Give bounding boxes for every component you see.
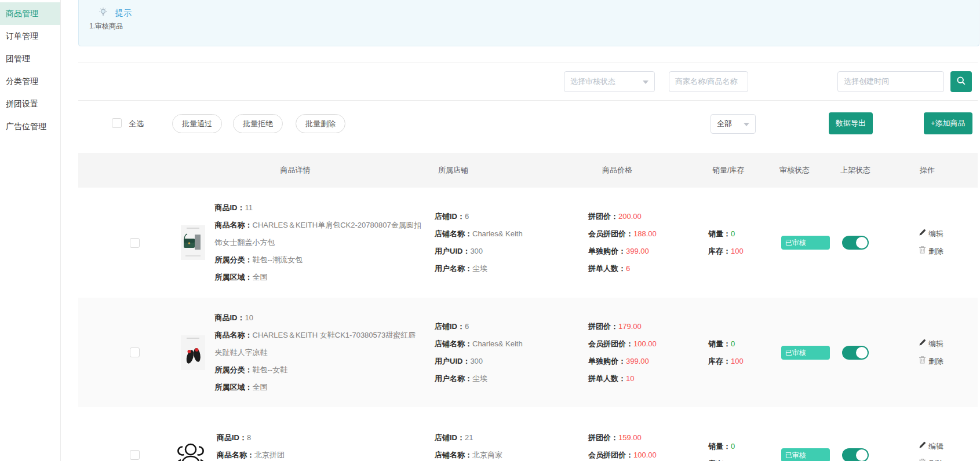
pencil-icon <box>919 335 926 353</box>
delete-button[interactable]: 删除 <box>919 353 978 370</box>
shop-info: 店铺ID：6 店铺名称：Charles& Keith 用户UID：300 用户名… <box>433 298 586 407</box>
product-name: 北京拼团 <box>254 451 285 459</box>
tip-box: 提示 1.审核商品 <box>78 0 979 46</box>
table-row: 商品ID：10 商品名称：CHARLES＆KEITH 女鞋CK1-7038057… <box>78 298 978 407</box>
group-people-icon <box>174 439 207 461</box>
price-info: 拼团价：179.00 会员拼团价：100.00 单独购价：399.00 拼单人数… <box>586 298 705 407</box>
product-category: 鞋包--女鞋 <box>253 365 288 374</box>
edit-button[interactable]: 编辑 <box>919 225 978 243</box>
table-row: 商品ID：8 商品名称：北京拼团 所属分类：中医--个护健康 店铺ID：21 店… <box>78 407 978 461</box>
table-header: 商品详情 所属店铺 商品价格 销量/库存 审核状态 上架状态 操作 <box>78 153 978 188</box>
sales-stock-info: 销量：0 库存：100 <box>705 188 772 298</box>
row-checkbox[interactable] <box>130 347 140 357</box>
scope-select[interactable]: 全部 <box>711 114 756 134</box>
price-info: 拼团价：200.00 会员拼团价：188.00 单独购价：399.00 拼单人数… <box>586 188 705 298</box>
pencil-icon <box>919 225 926 243</box>
product-id: 8 <box>247 433 251 442</box>
toggle-knob <box>856 237 868 248</box>
sidebar-item-ad-slot-management[interactable]: 广告位管理 <box>0 115 60 138</box>
sales-stock-info: 销量：0 库存：100 <box>705 298 772 407</box>
pencil-icon <box>919 438 926 455</box>
created-time-input[interactable]: 选择创建时间 <box>837 71 944 92</box>
scope-select-value: 全部 <box>717 119 732 129</box>
product-region: 全国 <box>253 383 268 392</box>
lightbulb-icon <box>98 6 108 20</box>
product-info: 商品ID：10 商品名称：CHARLES＆KEITH 女鞋CK1-7038057… <box>215 309 422 396</box>
audit-status-placeholder: 选择审核状态 <box>570 76 615 87</box>
header-product-detail: 商品详情 <box>158 165 433 175</box>
delete-button[interactable]: 删除 <box>919 243 978 260</box>
keyword-input[interactable]: 商家名称/商品名称 <box>669 71 748 92</box>
edit-button[interactable]: 编辑 <box>919 335 978 353</box>
product-id: 10 <box>245 313 253 322</box>
toolbar: 全选 批量通过 批量拒绝 批量删除 全部 数据导出 +添加商品 <box>78 101 978 153</box>
toggle-knob <box>856 347 868 358</box>
header-price: 商品价格 <box>586 165 705 175</box>
audit-status-badge: 已审核 <box>781 236 830 250</box>
batch-reject-button[interactable]: 批量拒绝 <box>233 114 283 133</box>
sidebar-item-category-management[interactable]: 分类管理 <box>0 70 60 93</box>
header-shop: 所属店铺 <box>433 165 586 175</box>
batch-delete-button[interactable]: 批量删除 <box>296 114 345 133</box>
select-all-checkbox[interactable] <box>112 118 122 128</box>
filter-row: 选择审核状态 商家名称/商品名称 选择创建时间 <box>78 63 978 101</box>
edit-button[interactable]: 编辑 <box>919 438 978 455</box>
delete-button[interactable]: 删除 <box>919 455 978 461</box>
shelf-toggle[interactable] <box>842 448 869 461</box>
shelf-toggle[interactable] <box>842 346 869 360</box>
select-all-label: 全选 <box>129 119 144 129</box>
shop-info: 店铺ID：21 店铺名称：北京商家 用户UID：18 <box>433 407 586 461</box>
shelf-toggle[interactable] <box>842 236 869 250</box>
audit-status-select[interactable]: 选择审核状态 <box>564 71 655 92</box>
header-sales-stock: 销量/库存 <box>705 165 772 175</box>
product-category: 鞋包--潮流女包 <box>253 255 303 264</box>
chevron-down-icon <box>643 81 649 84</box>
product-image-handbag <box>181 225 205 260</box>
trash-icon <box>919 353 926 370</box>
chevron-down-icon <box>744 123 749 126</box>
batch-approve-button[interactable]: 批量通过 <box>172 114 222 133</box>
sidebar-item-group-management[interactable]: 团管理 <box>0 47 60 70</box>
tip-line: 1.审核商品 <box>89 21 123 31</box>
sidebar-item-product-management[interactable]: 商品管理 <box>0 2 60 25</box>
shop-info: 店铺ID：6 店铺名称：Charles& Keith 用户UID：300 用户名… <box>433 188 586 298</box>
header-shelf-status: 上架状态 <box>830 165 902 175</box>
sidebar-item-groupbuy-settings[interactable]: 拼团设置 <box>0 93 60 115</box>
header-audit-status: 审核状态 <box>772 165 830 175</box>
search-icon <box>956 76 966 88</box>
sales-stock-info: 销量：0 库存：100 <box>705 407 772 461</box>
trash-icon <box>919 243 926 260</box>
row-checkbox[interactable] <box>130 450 140 460</box>
tip-title: 提示 <box>115 8 132 19</box>
product-region: 全国 <box>253 273 268 281</box>
toggle-knob <box>856 449 868 461</box>
audit-status-badge: 已审核 <box>781 346 830 360</box>
product-image-sandals <box>181 335 205 370</box>
add-product-button[interactable]: +添加商品 <box>924 112 972 134</box>
search-button[interactable] <box>950 71 972 92</box>
sidebar-item-order-management[interactable]: 订单管理 <box>0 25 60 47</box>
product-info: 商品ID：11 商品名称：CHARLES＆KEITH单肩包CK2-2078080… <box>215 199 422 286</box>
sidebar: 商品管理 订单管理 团管理 分类管理 拼团设置 广告位管理 <box>0 0 61 461</box>
table-row: 商品ID：11 商品名称：CHARLES＆KEITH单肩包CK2-2078080… <box>78 188 978 298</box>
export-data-button[interactable]: 数据导出 <box>829 112 873 134</box>
created-time-placeholder: 选择创建时间 <box>844 76 889 87</box>
product-info: 商品ID：8 商品名称：北京拼团 所属分类：中医--个护健康 <box>217 429 424 461</box>
keyword-placeholder: 商家名称/商品名称 <box>675 76 738 87</box>
trash-icon <box>919 455 926 461</box>
audit-status-badge: 已审核 <box>781 448 830 461</box>
header-action: 操作 <box>902 165 978 175</box>
price-info: 拼团价：159.00 会员拼团价：100.00 单独购价：965.00 <box>586 407 705 461</box>
product-list-card: 选择审核状态 商家名称/商品名称 选择创建时间 全选 批量通过 批量拒绝 批量删… <box>78 63 978 461</box>
product-id: 11 <box>245 203 253 212</box>
row-checkbox[interactable] <box>130 238 140 248</box>
